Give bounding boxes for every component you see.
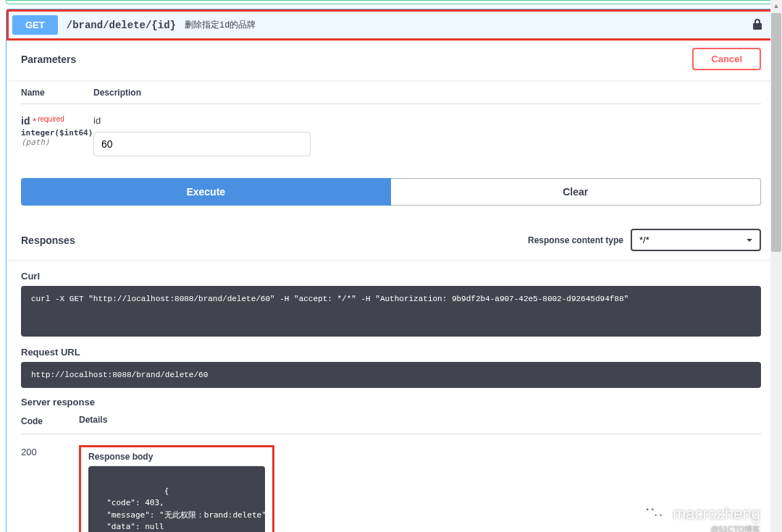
- response-row: 200 Response body { "code": 403, "messag…: [21, 445, 761, 532]
- params-thead: Name Description: [21, 88, 761, 104]
- required-label: required: [38, 115, 64, 123]
- response-details: Response body { "code": 403, "message": …: [79, 445, 274, 532]
- param-input-id[interactable]: [93, 132, 311, 156]
- watermark-sub: @51CTO博客: [711, 524, 760, 532]
- content-type-label: Response content type: [528, 235, 623, 245]
- response-body-code[interactable]: { "code": 403, "message": "无此权限：brand:de…: [88, 466, 265, 532]
- th-code: Code: [21, 415, 79, 434]
- response-code: 200: [21, 445, 79, 457]
- endpoint-summary[interactable]: GET /brand/delete/{id} 删除指定id的品牌: [7, 9, 775, 41]
- opblock-body: Parameters Cancel Name Description id *r…: [7, 41, 775, 532]
- th-name: Name: [21, 88, 93, 98]
- method-badge: GET: [12, 15, 58, 35]
- resp-thead: Code Details: [21, 415, 761, 445]
- lock-icon[interactable]: [752, 18, 762, 33]
- param-type: integer($int64): [21, 128, 93, 138]
- responses-header: Responses Response content type */*: [7, 220, 775, 260]
- param-desc-col: id: [93, 115, 761, 156]
- scrollbar[interactable]: ▲: [770, 0, 782, 532]
- curl-block[interactable]: curl -X GET "http://localhost:8088/brand…: [21, 286, 761, 337]
- content-type-wrap: Response content type */*: [528, 229, 761, 251]
- scroll-up-icon[interactable]: ▲: [770, 0, 782, 12]
- content-type-select[interactable]: */*: [631, 229, 761, 251]
- cancel-button[interactable]: Cancel: [692, 48, 761, 70]
- param-in: (path): [21, 138, 93, 147]
- th-description: Description: [93, 88, 141, 98]
- required-star: *: [33, 116, 36, 127]
- execute-button[interactable]: Execute: [21, 178, 391, 206]
- response-body-label: Response body: [88, 452, 265, 462]
- request-url-label: Request URL: [21, 347, 761, 358]
- th-details: Details: [79, 415, 761, 434]
- curl-label: Curl: [21, 271, 761, 282]
- response-body-text: { "code": 403, "message": "无此权限：brand:de…: [97, 486, 271, 533]
- endpoint-description: 删除指定id的品牌: [185, 19, 256, 31]
- param-row: id *required integer($int64) (path) id: [21, 111, 761, 167]
- parameters-title: Parameters: [21, 54, 76, 65]
- responses-title: Responses: [21, 235, 75, 246]
- endpoint-path: /brand/delete/{id}: [67, 20, 176, 31]
- clear-button[interactable]: Clear: [391, 178, 762, 206]
- response-inner: Curl curl -X GET "http://localhost:8088/…: [7, 260, 775, 532]
- param-meta: id *required integer($int64) (path): [21, 115, 93, 147]
- param-name: id: [21, 115, 30, 127]
- scroll-thumb[interactable]: [771, 13, 781, 252]
- response-body-box: Response body { "code": 403, "message": …: [79, 445, 274, 532]
- action-buttons: Execute Clear: [7, 167, 775, 216]
- opblock-get: GET /brand/delete/{id} 删除指定id的品牌 Paramet…: [6, 9, 776, 532]
- param-desc-text: id: [93, 115, 761, 126]
- previous-block-edge: [6, 0, 776, 4]
- request-url-block[interactable]: http://localhost:8088/brand/delete/60: [21, 362, 761, 388]
- parameters-header: Parameters Cancel: [7, 41, 775, 80]
- server-response-label: Server response: [21, 397, 761, 408]
- parameters-table: Name Description id *required integer($i…: [7, 80, 775, 167]
